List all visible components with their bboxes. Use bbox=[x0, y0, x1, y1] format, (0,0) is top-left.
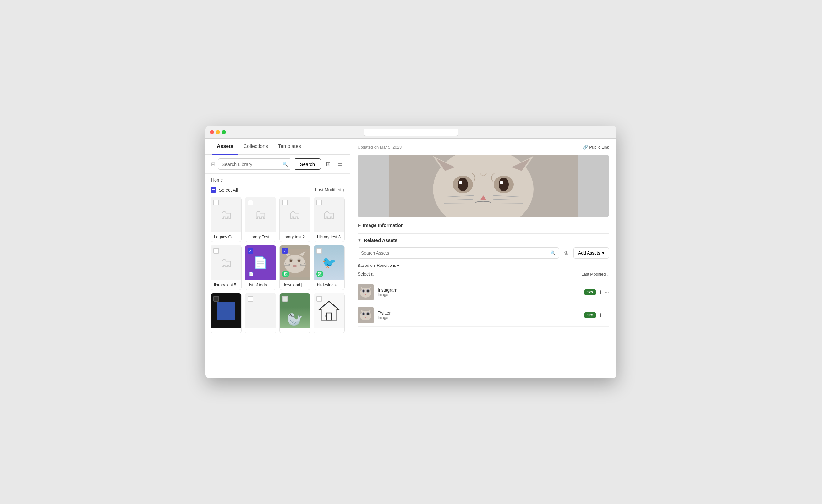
list-item[interactable] bbox=[314, 293, 345, 333]
list-item[interactable]: 🗂 library test 5 bbox=[211, 245, 242, 290]
download-icon[interactable]: ⬇ bbox=[598, 312, 602, 318]
file-type-badge: 📄 bbox=[248, 271, 255, 278]
divider bbox=[358, 233, 609, 234]
asset-checkbox[interactable] bbox=[316, 200, 322, 205]
asset-checkbox[interactable] bbox=[316, 296, 322, 302]
asset-thumbnail: 🗂 bbox=[211, 245, 241, 280]
sort-arrow-icon: ↑ bbox=[343, 187, 345, 192]
more-options-icon[interactable]: ··· bbox=[605, 312, 609, 318]
app-window: Assets Collections Templates ⊟ 🔍 Search … bbox=[206, 126, 616, 378]
list-item[interactable]: 🗂 Library test 3 bbox=[314, 197, 345, 242]
document-icon: 📄 bbox=[253, 256, 268, 269]
related-sort-control[interactable]: Last Modified ↓ bbox=[581, 272, 609, 277]
list-item[interactable] bbox=[245, 293, 276, 333]
image-type-badge: 🖼 bbox=[316, 271, 323, 278]
download-icon[interactable]: ⬇ bbox=[598, 290, 602, 295]
asset-checkbox[interactable] bbox=[248, 248, 253, 254]
list-item[interactable]: 📄 📄 list of todo items.txt bbox=[245, 245, 276, 290]
asset-label bbox=[280, 328, 310, 333]
list-item[interactable] bbox=[211, 293, 242, 333]
left-panel: Assets Collections Templates ⊟ 🔍 Search … bbox=[206, 138, 350, 378]
asset-checkbox[interactable] bbox=[316, 248, 322, 254]
related-assets-header[interactable]: ▼ Related Assets bbox=[358, 237, 609, 243]
chevron-down-icon: ▼ bbox=[358, 238, 361, 242]
list-view-button[interactable]: ☰ bbox=[335, 159, 345, 169]
image-info-section-header[interactable]: ▶ Image Information bbox=[358, 222, 609, 228]
minimize-button[interactable] bbox=[216, 130, 220, 134]
maximize-button[interactable] bbox=[222, 130, 226, 134]
svg-point-50 bbox=[363, 313, 365, 315]
based-on-label: Based on bbox=[358, 263, 375, 268]
asset-label: library test 2 bbox=[280, 232, 310, 241]
asset-checkbox[interactable] bbox=[282, 200, 288, 205]
sort-label-text: Last Modified bbox=[315, 187, 341, 192]
house-icon bbox=[318, 300, 340, 322]
close-button[interactable] bbox=[210, 130, 214, 134]
list-item[interactable]: 🗂 Legacy Content bbox=[211, 197, 242, 242]
list-item[interactable]: 🦭 bbox=[279, 293, 311, 333]
list-item[interactable]: 🗂 Library Test bbox=[245, 197, 276, 242]
svg-point-27 bbox=[500, 181, 503, 184]
search-assets-input[interactable] bbox=[361, 250, 550, 256]
more-options-icon[interactable]: ··· bbox=[605, 290, 609, 295]
asset-checkbox[interactable] bbox=[248, 200, 253, 205]
asset-checkbox[interactable] bbox=[214, 248, 219, 254]
image-type-badge: 🖼 bbox=[282, 271, 289, 278]
related-asset-info: Twitter Image bbox=[378, 311, 581, 320]
asset-thumbnail: 🦭 bbox=[280, 294, 310, 328]
related-asset-type: Image bbox=[378, 293, 581, 297]
related-cat-thumb bbox=[358, 284, 374, 301]
titlebar bbox=[206, 126, 616, 138]
related-cat-thumb-2 bbox=[358, 307, 374, 323]
asset-checkbox[interactable] bbox=[248, 296, 253, 302]
tab-assets[interactable]: Assets bbox=[212, 138, 238, 154]
add-assets-button[interactable]: Add Assets ▾ bbox=[573, 247, 609, 259]
renditions-dropdown[interactable]: Renditions ▾ bbox=[377, 263, 399, 268]
sort-control[interactable]: Last Modified ↑ bbox=[315, 187, 345, 192]
search-button[interactable]: Search bbox=[294, 158, 321, 170]
list-item[interactable]: 🖼 download.jpeg bbox=[279, 245, 311, 290]
related-asset-type: Image bbox=[378, 316, 581, 320]
video-preview bbox=[217, 302, 235, 320]
asset-checkbox[interactable] bbox=[282, 248, 288, 254]
asset-thumbnail: 🖼 bbox=[280, 245, 310, 280]
search-input-wrap: 🔍 bbox=[218, 158, 291, 170]
asset-checkbox[interactable] bbox=[214, 200, 219, 205]
search-assets-icon: 🔍 bbox=[550, 250, 555, 256]
related-asset-row[interactable]: Twitter Image JPG ⬇ ··· bbox=[358, 304, 609, 327]
cat-main-preview bbox=[358, 154, 609, 217]
search-input[interactable] bbox=[222, 161, 281, 167]
asset-thumbnail bbox=[245, 294, 276, 328]
select-all-checkbox[interactable] bbox=[211, 187, 216, 192]
link-icon: 🔗 bbox=[583, 145, 588, 149]
related-asset-name: Twitter bbox=[378, 311, 581, 316]
chevron-right-icon: ▶ bbox=[358, 223, 360, 227]
grid-view-button[interactable]: ⊞ bbox=[323, 159, 333, 169]
grid-area: Home Select All Last Modified ↑ bbox=[206, 174, 350, 378]
asset-label: Library test 3 bbox=[314, 232, 344, 241]
asset-checkbox[interactable] bbox=[282, 296, 288, 302]
filter-button[interactable]: ⊟ bbox=[211, 159, 216, 169]
svg-point-42 bbox=[367, 290, 369, 292]
related-asset-info: Instagram Image bbox=[378, 288, 581, 297]
related-search-bar: 🔍 ⚗ Add Assets ▾ bbox=[358, 247, 609, 259]
list-item[interactable]: 🗂 library test 2 bbox=[279, 197, 311, 242]
svg-marker-13 bbox=[320, 301, 338, 320]
asset-thumbnail bbox=[314, 294, 344, 328]
related-asset-thumbnail bbox=[358, 307, 374, 323]
asset-checkbox[interactable] bbox=[214, 296, 219, 302]
related-filter-button[interactable]: ⚗ bbox=[561, 248, 571, 258]
list-item[interactable]: 🐦 🖼 bird-wings-flying-fe... bbox=[314, 245, 345, 290]
url-bar[interactable] bbox=[364, 128, 458, 136]
asset-thumbnail bbox=[211, 294, 241, 328]
search-bar: ⊟ 🔍 Search ⊞ ☰ bbox=[206, 154, 350, 174]
related-asset-row[interactable]: Instagram Image JPG ⬇ ··· bbox=[358, 281, 609, 304]
tab-templates[interactable]: Templates bbox=[273, 138, 306, 154]
related-select-all[interactable]: Select all bbox=[358, 272, 376, 277]
asset-grid: 🗂 Legacy Content 🗂 Library Test bbox=[211, 197, 345, 333]
public-link-button[interactable]: 🔗 Public Link bbox=[583, 145, 609, 149]
grid-header: Select All Last Modified ↑ bbox=[211, 187, 345, 192]
preview-image bbox=[358, 154, 609, 217]
asset-thumbnail: 🗂 bbox=[211, 197, 241, 232]
tab-collections[interactable]: Collections bbox=[238, 138, 273, 154]
